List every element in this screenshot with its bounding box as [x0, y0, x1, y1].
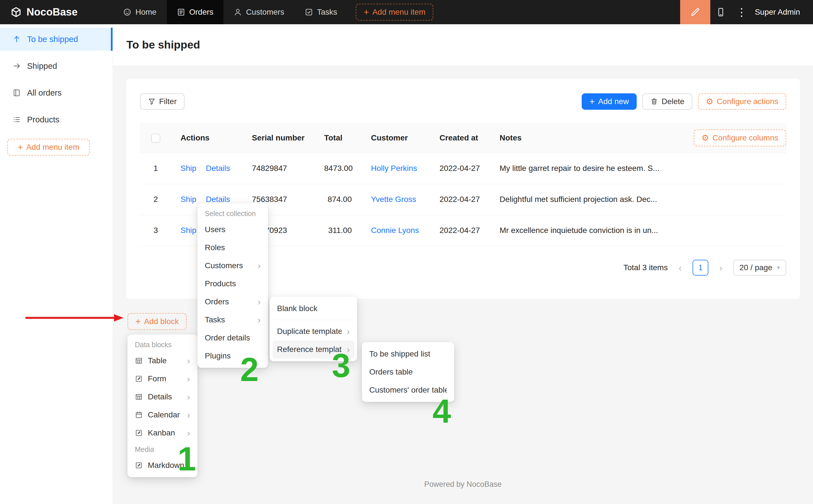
topbar-add-menu-item-label: Add menu item	[372, 8, 425, 17]
nav-item-customers[interactable]: Customers	[223, 0, 294, 24]
menu-item-blank-block[interactable]: Blank block	[273, 300, 354, 318]
page-size-select[interactable]: 20 / page ▾	[733, 260, 786, 276]
header-customer: Customer	[362, 123, 430, 153]
topbar-add-menu-item-button[interactable]: + Add menu item	[356, 4, 433, 21]
cell-serial: 74829847	[243, 153, 315, 184]
mobile-preview-button[interactable]	[710, 0, 731, 24]
menu-item-order-details[interactable]: Order details	[200, 329, 265, 347]
sidebar-item-to-be-shipped[interactable]: To be shipped	[0, 28, 113, 51]
nocobase-app: NocoBase Home Orders Customers Tasks + A…	[0, 0, 813, 504]
ship-action-link[interactable]: Ship	[181, 195, 196, 204]
menu-item-duplicate-template[interactable]: Duplicate template ›	[273, 322, 354, 340]
menu-item-products[interactable]: Products	[200, 275, 265, 293]
plus-icon: +	[364, 8, 369, 17]
menu-item-users[interactable]: Users	[200, 221, 265, 239]
sidebar-item-products[interactable]: Products	[0, 108, 113, 131]
arrow-up-icon	[12, 35, 21, 43]
topbar: NocoBase Home Orders Customers Tasks + A…	[0, 0, 813, 24]
delete-label: Delete	[662, 97, 684, 106]
prev-page-button[interactable]: ‹	[672, 260, 688, 276]
sidebar-add-menu-item-button[interactable]: + Add menu item	[7, 139, 90, 156]
add-new-button[interactable]: + Add new	[582, 93, 637, 110]
nav-item-home[interactable]: Home	[113, 0, 167, 24]
edit-square-icon	[135, 375, 143, 383]
customer-link[interactable]: Yvette Gross	[371, 195, 416, 204]
nav-item-orders[interactable]: Orders	[167, 0, 224, 24]
edit-square-icon	[135, 429, 143, 437]
menu-item-form[interactable]: Form ›	[130, 370, 195, 388]
menu-item-details[interactable]: Details ›	[130, 388, 195, 406]
next-page-button[interactable]: ›	[713, 260, 729, 276]
add-block-button[interactable]: + Add block	[128, 313, 187, 330]
user-menu[interactable]: Super Admin	[755, 8, 800, 17]
ui-editor-button[interactable]	[680, 0, 710, 24]
plus-icon: +	[590, 97, 595, 106]
nav-label-tasks: Tasks	[317, 8, 337, 17]
details-action-link[interactable]: Details	[206, 195, 230, 204]
customer-link[interactable]: Connie Lyons	[371, 226, 419, 235]
edit-square-icon	[135, 461, 143, 469]
current-page-button[interactable]: 1	[693, 260, 708, 276]
customer-link[interactable]: Holly Perkins	[371, 164, 417, 173]
sidebar-label-shipped: Shipped	[27, 61, 57, 71]
menu-item-orders-table[interactable]: Orders table	[365, 363, 451, 381]
menu-item-table[interactable]: Table ›	[130, 352, 195, 370]
filter-icon	[148, 98, 156, 105]
chevron-right-icon: ›	[187, 410, 190, 419]
row-index: 2	[140, 184, 172, 215]
top-nav: Home Orders Customers Tasks	[113, 0, 347, 24]
page-header: To be shipped	[113, 24, 813, 65]
table-icon	[135, 357, 143, 365]
menu-item-tasks[interactable]: Tasks ›	[200, 311, 265, 329]
plus-icon: +	[17, 143, 23, 152]
ship-action-link[interactable]: Ship	[181, 226, 196, 235]
row-index: 1	[140, 153, 172, 184]
header-created-at: Created at	[430, 123, 491, 153]
cell-created-at: 2022-04-27	[430, 153, 491, 184]
sidebar: To be shipped Shipped All orders Product…	[0, 24, 113, 504]
configure-columns-label: Configure columns	[713, 133, 778, 142]
menu-item-customers[interactable]: Customers ›	[200, 257, 265, 275]
annotation-red-arrow	[25, 312, 124, 325]
delete-button[interactable]: Delete	[642, 93, 692, 110]
menu-item-roles[interactable]: Roles	[200, 239, 265, 257]
nav-item-tasks[interactable]: Tasks	[295, 0, 348, 24]
cell-total: 8473.00	[315, 153, 362, 184]
logo-cube-icon	[10, 6, 22, 18]
chevron-right-icon: ›	[187, 374, 190, 383]
chevron-right-icon: ›	[258, 261, 261, 270]
nav-label-customers: Customers	[246, 8, 284, 17]
sidebar-item-shipped[interactable]: Shipped	[0, 54, 113, 78]
select-collection-menu: Select collection Users Roles Customers …	[197, 203, 268, 368]
menu-item-to-be-shipped-list[interactable]: To be shipped list	[365, 345, 451, 363]
logo[interactable]: NocoBase	[0, 6, 113, 18]
configure-columns-button[interactable]: ⚙ Configure columns	[694, 129, 786, 146]
arrow-right-icon	[12, 62, 21, 70]
plus-icon: +	[135, 317, 141, 326]
caret-down-icon: ▾	[777, 264, 780, 271]
topbar-right: ⋮ Super Admin	[680, 0, 813, 24]
select-all-checkbox[interactable]	[151, 134, 160, 143]
nav-label-orders: Orders	[189, 8, 214, 17]
row-index: 3	[140, 215, 172, 246]
check-square-icon	[305, 8, 313, 16]
chevron-right-icon: ›	[187, 356, 190, 365]
menu-item-orders[interactable]: Orders ›	[200, 293, 265, 311]
ship-action-link[interactable]: Ship	[181, 164, 196, 173]
header-actions: Actions	[172, 123, 243, 153]
header-total: Total	[315, 123, 362, 153]
header-serial-number: Serial number	[243, 123, 315, 153]
cell-notes: Delightful met sufficient projection ask…	[491, 184, 786, 215]
menu-item-calendar[interactable]: Calendar ›	[130, 406, 195, 424]
pagination: Total 3 items ‹ 1 › 20 / page ▾	[623, 260, 786, 276]
menu-item-kanban[interactable]: Kanban ›	[130, 424, 195, 442]
annotation-step-4: 4	[432, 395, 451, 428]
more-actions-button[interactable]: ⋮	[731, 0, 752, 24]
sidebar-item-all-orders[interactable]: All orders	[0, 81, 113, 104]
cell-notes: My little garret repair to desire he est…	[491, 153, 786, 184]
chevron-right-icon: ›	[347, 327, 350, 336]
details-action-link[interactable]: Details	[206, 164, 230, 173]
sidebar-label-all-orders: All orders	[27, 88, 62, 98]
filter-button[interactable]: Filter	[140, 93, 184, 110]
configure-actions-button[interactable]: ⚙ Configure actions	[698, 93, 786, 110]
